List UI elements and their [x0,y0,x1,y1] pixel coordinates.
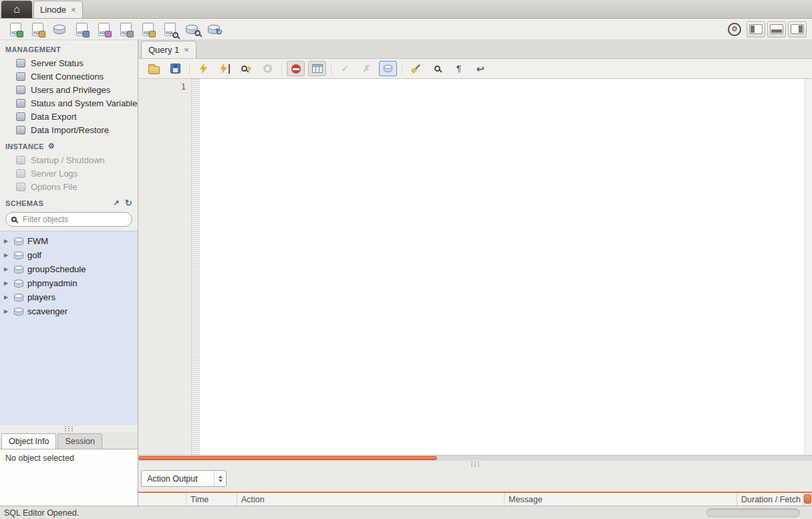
sidebar-item-users-privileges[interactable]: Users and Privileges [0,83,138,96]
expand-arrow-icon[interactable]: ▶ [4,239,10,244]
sidebar-item-client-connections[interactable]: Client Connections [0,70,138,83]
schema-name: phpmyadmin [27,278,77,288]
create-table-button[interactable] [72,21,92,38]
rollback-cross-icon: ✗ [363,64,370,73]
sidebar-item-startup-shutdown[interactable]: Startup / Shutdown [0,153,138,167]
toolbar-separator [189,63,190,75]
close-query-tab-icon[interactable]: × [184,45,189,54]
schema-tree: ▶ FWM ▶ golf ▶ groupSchedule ▶ p [0,231,138,425]
output-type-select[interactable]: Action Output [141,470,227,487]
expand-schemas-icon[interactable]: ↗ [113,199,120,207]
select-spinner-icon [214,471,226,486]
left-panel-icon [749,24,763,34]
sidebar-item-options-file[interactable]: Options File [0,180,138,193]
column-label: Time [190,495,209,504]
startup-shutdown-icon [16,156,25,165]
connection-tab-linode[interactable]: Linode × [33,1,83,18]
scrollbar-thumb[interactable] [804,494,811,504]
stop-query-button[interactable] [259,61,277,76]
sidebar-item-data-import-restore[interactable]: Data Import/Restore [0,123,138,136]
toggle-left-sidebar-button[interactable] [747,21,765,37]
toggle-right-sidebar-button[interactable] [788,21,807,37]
find-magnifier-icon [434,66,440,72]
sidebar-item-label: Data Export [31,112,77,122]
toggle-word-wrap-button[interactable]: ↩ [471,61,489,76]
schema-filter-input[interactable] [21,214,126,225]
toggle-output-area-button[interactable] [767,21,786,37]
sidebar-item-data-export[interactable]: Data Export [0,110,138,123]
find-button[interactable] [428,61,446,76]
open-sql-script-button[interactable] [27,21,47,38]
broom-icon [411,64,421,74]
status-bar: SQL Editor Opened. [0,506,812,519]
reconnect-dbms-button[interactable]: ↻ [204,21,224,38]
navigator-sidebar: MANAGEMENT Server Status Client Connecti… [0,40,138,506]
tab-object-info[interactable]: Object Info [1,433,56,449]
schema-icon [14,251,23,260]
query-tab-strip: Query 1 × [138,40,812,59]
reconnect-dbms-icon: ↻ [208,25,220,34]
execute-query-button[interactable] [194,61,213,76]
sidebar-bottom-tabs: Object Info Session [0,432,138,449]
tab-session[interactable]: Session [57,433,102,449]
schema-item-phpmyadmin[interactable]: ▶ phpmyadmin [0,276,138,290]
column-header-action: Action [237,493,505,506]
output-splitter[interactable] [138,461,812,467]
output-vertical-scrollbar[interactable] [803,493,812,506]
sidebar-item-server-logs[interactable]: Server Logs [0,167,138,180]
new-query-tab-button[interactable] [5,21,25,38]
schema-item-scavenger[interactable]: ▶ scavenger [0,304,138,318]
expand-arrow-icon[interactable]: ▶ [4,253,10,258]
scrollbar-thumb[interactable] [138,456,437,460]
sidebar-splitter[interactable] [0,425,138,432]
create-schema-button[interactable] [49,21,70,38]
sidebar-item-server-status[interactable]: Server Status [0,56,138,70]
create-procedure-button[interactable] [116,21,136,38]
editor-horizontal-scrollbar[interactable] [138,455,812,461]
schema-icon [14,266,23,274]
expand-arrow-icon[interactable]: ▶ [4,295,10,300]
expand-arrow-icon[interactable]: ▶ [4,309,10,314]
create-function-button[interactable] [138,21,158,38]
create-view-button[interactable] [94,21,114,38]
commit-button[interactable]: ✓ [336,61,354,76]
schema-item-golf[interactable]: ▶ golf [0,248,138,262]
tab-query-1[interactable]: Query 1 × [141,41,196,58]
splitter-grip-icon [65,428,73,429]
open-script-button[interactable] [145,61,163,76]
result-grid-icon [312,64,323,73]
preferences-button[interactable]: ⚙ [724,21,745,38]
search-table-data-button[interactable] [160,21,180,38]
sidebar-item-label: Data Import/Restore [31,125,109,135]
close-connection-tab-icon[interactable]: × [71,5,76,14]
show-inspector-button[interactable] [182,21,202,38]
column-header-message: Message [505,493,737,506]
toggle-invisible-chars-button[interactable]: ¶ [450,61,468,76]
home-tab[interactable]: ⌂ [1,1,32,18]
explain-query-button[interactable] [237,61,255,76]
editor-vertical-scrollbar[interactable] [805,79,812,455]
sidebar-item-label: Status and System Variables [31,98,138,108]
refresh-schemas-icon[interactable]: ↻ [125,199,132,207]
save-script-button[interactable] [166,61,184,76]
execute-current-statement-button[interactable] [216,61,234,76]
schema-item-players[interactable]: ▶ players [0,290,138,304]
beautify-query-button[interactable] [407,61,425,76]
schema-item-fwm[interactable]: ▶ FWM [0,234,138,248]
options-file-icon [16,183,25,191]
toggle-stop-on-error-button[interactable] [287,61,305,76]
expand-arrow-icon[interactable]: ▶ [4,267,10,272]
window-tab-strip: ⌂ Linode × [0,0,812,19]
rollback-button[interactable]: ✗ [358,61,376,76]
main-toolbar: ↻ ⚙ [0,19,812,40]
fold-margin [192,79,200,455]
expand-arrow-icon[interactable]: ▶ [4,281,10,286]
limit-rows-button[interactable] [308,61,326,76]
toggle-autocommit-button[interactable] [379,61,397,76]
sidebar-item-status-system-variables[interactable]: Status and System Variables [0,96,138,110]
column-header-time: Time [186,493,237,506]
main-toolbar-left-group: ↻ [5,21,224,38]
toolbar-separator [402,63,402,75]
schema-item-groupschedule[interactable]: ▶ groupSchedule [0,262,138,276]
code-input-area[interactable] [200,79,805,455]
